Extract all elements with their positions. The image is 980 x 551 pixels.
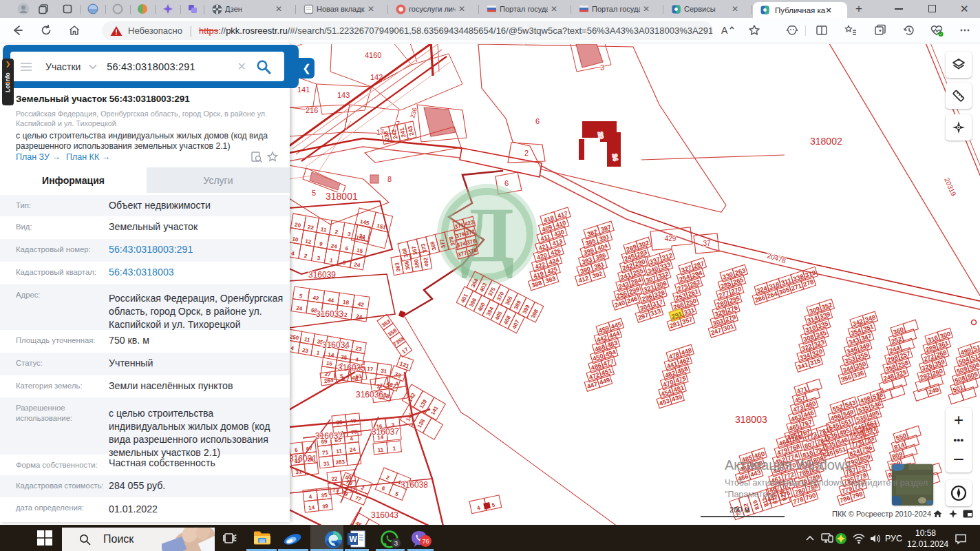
svg-text:27: 27 bbox=[376, 382, 384, 389]
svg-text:318002: 318002 bbox=[810, 136, 842, 147]
svg-text:5: 5 bbox=[491, 501, 496, 508]
svg-text:14: 14 bbox=[328, 351, 335, 359]
svg-text:24: 24 bbox=[330, 242, 338, 250]
svg-text:A: A bbox=[721, 25, 728, 36]
svg-text:9: 9 bbox=[342, 375, 346, 382]
svg-text:316036: 316036 bbox=[356, 390, 383, 399]
svg-text:444: 444 bbox=[608, 330, 621, 340]
svg-text:5: 5 bbox=[312, 189, 316, 197]
svg-text:6: 6 bbox=[535, 117, 540, 125]
svg-text:37: 37 bbox=[703, 240, 711, 247]
svg-text:4: 4 bbox=[290, 250, 295, 257]
svg-text:70: 70 bbox=[351, 428, 358, 435]
svg-text:10: 10 bbox=[292, 236, 299, 243]
svg-text:1: 1 bbox=[316, 350, 320, 357]
svg-text:51: 51 bbox=[355, 373, 363, 380]
svg-text:11: 11 bbox=[377, 446, 384, 453]
svg-text:264: 264 bbox=[766, 290, 779, 300]
svg-text:2: 2 bbox=[334, 229, 339, 236]
svg-text:318001: 318001 bbox=[326, 191, 358, 202]
svg-text:236: 236 bbox=[409, 107, 418, 118]
svg-text:363: 363 bbox=[394, 262, 401, 272]
svg-text:318003: 318003 bbox=[735, 414, 767, 425]
svg-text:4: 4 bbox=[395, 380, 399, 387]
svg-text:6: 6 bbox=[295, 447, 299, 453]
svg-text:22: 22 bbox=[307, 224, 315, 231]
svg-text:67: 67 bbox=[306, 445, 313, 452]
svg-text:4160: 4160 bbox=[365, 51, 381, 59]
svg-text:24: 24 bbox=[611, 154, 619, 162]
svg-text:23: 23 bbox=[301, 347, 309, 355]
svg-text:494: 494 bbox=[604, 349, 617, 359]
svg-text:143: 143 bbox=[337, 91, 350, 99]
svg-text:139: 139 bbox=[418, 398, 429, 410]
svg-text:373: 373 bbox=[420, 242, 428, 253]
svg-text:2: 2 bbox=[385, 475, 391, 481]
svg-text:31: 31 bbox=[381, 368, 388, 375]
svg-text:45: 45 bbox=[354, 520, 363, 525]
svg-text:429: 429 bbox=[665, 235, 677, 242]
svg-text:8: 8 bbox=[387, 175, 392, 183]
svg-text:17: 17 bbox=[401, 346, 409, 355]
svg-text:15: 15 bbox=[356, 247, 363, 255]
svg-text:22: 22 bbox=[331, 475, 338, 482]
svg-text:216: 216 bbox=[306, 106, 318, 114]
svg-text:33: 33 bbox=[336, 419, 343, 426]
svg-text:15: 15 bbox=[326, 360, 333, 367]
svg-text:316032: 316032 bbox=[315, 431, 343, 441]
svg-text:367: 367 bbox=[410, 245, 418, 256]
svg-text:9: 9 bbox=[319, 240, 323, 247]
svg-text:3: 3 bbox=[317, 255, 321, 262]
svg-text:35: 35 bbox=[321, 492, 328, 499]
svg-text:264: 264 bbox=[323, 377, 334, 384]
svg-text:11: 11 bbox=[320, 226, 327, 233]
svg-text:18: 18 bbox=[342, 299, 350, 306]
svg-text:3: 3 bbox=[600, 63, 604, 72]
svg-text:316038: 316038 bbox=[401, 480, 428, 490]
svg-text:2: 2 bbox=[524, 149, 529, 157]
svg-text:2: 2 bbox=[303, 253, 308, 260]
svg-text:1: 1 bbox=[392, 446, 396, 452]
svg-text:141: 141 bbox=[429, 405, 440, 417]
svg-text:71: 71 bbox=[322, 449, 329, 456]
svg-text:24: 24 bbox=[350, 446, 356, 453]
svg-text:284: 284 bbox=[630, 276, 643, 287]
svg-text:9: 9 bbox=[342, 260, 346, 267]
svg-text:24: 24 bbox=[307, 456, 314, 463]
svg-text:3: 3 bbox=[348, 231, 352, 238]
svg-text:1: 1 bbox=[330, 257, 334, 264]
svg-text:4: 4 bbox=[290, 345, 295, 352]
svg-text:42: 42 bbox=[357, 301, 365, 308]
svg-text:11: 11 bbox=[303, 336, 310, 343]
svg-text:24: 24 bbox=[356, 313, 363, 320]
svg-text:6: 6 bbox=[381, 485, 386, 492]
svg-text:4: 4 bbox=[476, 505, 481, 512]
svg-text:20: 20 bbox=[294, 222, 301, 229]
svg-text:20319: 20319 bbox=[943, 176, 958, 197]
svg-text:39: 39 bbox=[322, 503, 329, 510]
svg-text:20: 20 bbox=[597, 132, 605, 140]
svg-text:369: 369 bbox=[429, 240, 438, 251]
svg-text:6: 6 bbox=[345, 245, 349, 252]
svg-text:4: 4 bbox=[350, 435, 354, 441]
svg-text:316034: 316034 bbox=[322, 340, 350, 350]
svg-text:283: 283 bbox=[335, 459, 345, 466]
svg-text:141: 141 bbox=[297, 85, 310, 94]
svg-text:35: 35 bbox=[340, 354, 348, 362]
svg-text:316033: 316033 bbox=[316, 309, 343, 319]
svg-text:24: 24 bbox=[354, 262, 361, 269]
svg-text:316043: 316043 bbox=[371, 510, 398, 520]
svg-text:366: 366 bbox=[403, 260, 411, 270]
svg-text:42: 42 bbox=[312, 295, 320, 302]
svg-text:5: 5 bbox=[299, 293, 303, 300]
svg-text:40: 40 bbox=[350, 417, 356, 424]
svg-text:380: 380 bbox=[413, 258, 420, 269]
svg-text:368: 368 bbox=[401, 247, 409, 258]
svg-text:31: 31 bbox=[323, 460, 330, 467]
svg-text:138: 138 bbox=[416, 417, 427, 429]
svg-text:17: 17 bbox=[376, 129, 385, 136]
svg-text:6: 6 bbox=[504, 179, 509, 187]
svg-text:11: 11 bbox=[336, 448, 343, 455]
svg-text:11: 11 bbox=[295, 457, 301, 464]
svg-text:31: 31 bbox=[295, 468, 302, 475]
